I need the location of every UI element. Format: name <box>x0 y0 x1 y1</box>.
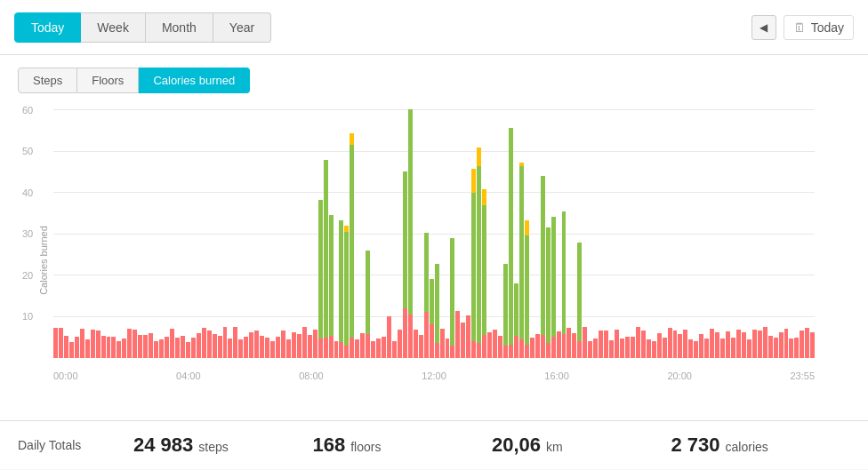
floors-stat: 168 floors <box>313 434 493 457</box>
bar-red <box>631 337 635 358</box>
grid-line-label: 20 <box>22 270 33 281</box>
grid-line-label: 30 <box>22 228 33 239</box>
tab-steps[interactable]: Steps <box>18 68 77 93</box>
bar-red <box>197 333 201 358</box>
date-display[interactable]: 🗓 Today <box>784 15 854 40</box>
bar-red <box>238 339 243 358</box>
bar-green <box>471 193 476 341</box>
bar-red <box>752 330 757 358</box>
bar-green <box>551 217 556 336</box>
bar-red <box>276 337 280 358</box>
bar-red <box>165 337 169 358</box>
bar-red <box>652 341 656 358</box>
bar-green <box>482 205 486 335</box>
bar-green <box>344 232 349 347</box>
bar-red <box>101 336 106 358</box>
bar-red <box>477 343 481 358</box>
distance-stat: 20,06 km <box>492 434 671 457</box>
tab-year[interactable]: Year <box>213 12 271 43</box>
bar-red <box>774 338 778 358</box>
bar-red <box>107 337 111 358</box>
tab-floors[interactable]: Floors <box>77 68 139 93</box>
bar-red <box>96 331 100 358</box>
bar-green <box>435 264 439 343</box>
bar-red <box>620 339 624 358</box>
bars-container <box>53 109 815 358</box>
tab-calories[interactable]: Calories burned <box>139 68 250 93</box>
grid-line-label: 10 <box>22 311 33 322</box>
bar-red <box>334 341 339 359</box>
bar-red <box>593 339 598 358</box>
tab-week[interactable]: Week <box>81 12 146 43</box>
bar-green <box>424 233 429 312</box>
bar-red <box>535 334 540 358</box>
bar-red <box>175 338 180 358</box>
bar-red <box>265 338 269 358</box>
bar-red <box>318 339 323 358</box>
bar-red <box>471 341 476 358</box>
bar-red <box>408 315 413 358</box>
x-axis-label: 00:00 <box>53 370 78 381</box>
x-axis-label: 12:00 <box>422 370 446 381</box>
y-axis-label: Calories burned <box>38 226 49 295</box>
bar-red <box>339 342 343 358</box>
floors-unit: floors <box>350 440 381 454</box>
calories-unit: calories <box>726 440 768 454</box>
bar-red <box>419 335 423 358</box>
calories-stat: 2 730 calories <box>671 434 851 457</box>
bar-yellow <box>344 226 349 232</box>
bar-red <box>784 329 789 358</box>
tab-month[interactable]: Month <box>146 12 213 43</box>
bar-red <box>557 331 561 358</box>
bar-red <box>450 346 454 358</box>
bar-green <box>430 279 434 324</box>
bar-red <box>376 339 381 358</box>
bar-red <box>794 338 799 358</box>
bar-green <box>509 128 513 345</box>
bar-red <box>308 335 312 358</box>
bar-red <box>302 327 307 358</box>
bar-green <box>541 176 545 336</box>
bar-red <box>498 336 502 358</box>
bar-red <box>805 328 809 358</box>
bar-red <box>663 338 667 358</box>
bar-red <box>604 331 608 358</box>
bar-red <box>414 330 418 358</box>
bar-green <box>366 251 370 334</box>
bar-red <box>213 334 217 358</box>
bar-red <box>440 329 445 358</box>
tab-today[interactable]: Today <box>14 12 81 43</box>
floors-value: 168 <box>313 434 346 457</box>
main-content: Steps Floors Calories burned Calories bu… <box>0 55 868 420</box>
bar-red <box>154 341 158 358</box>
bar-green <box>503 264 508 346</box>
calories-value: 2 730 <box>671 434 720 457</box>
footer: Daily Totals 24 983 steps 168 floors 20,… <box>0 420 868 469</box>
bar-red <box>371 341 375 358</box>
bar-red <box>392 341 397 358</box>
bar-red <box>768 336 773 358</box>
bar-red <box>446 339 450 358</box>
bar-red <box>138 335 142 358</box>
daily-totals-label: Daily Totals <box>18 438 133 452</box>
bar-red <box>678 334 682 358</box>
distance-value: 20,06 <box>492 434 541 457</box>
bar-red <box>736 330 741 358</box>
bar-red <box>186 342 190 358</box>
bar-red <box>747 339 751 358</box>
bar-red <box>91 330 95 358</box>
bar-red <box>149 333 153 358</box>
bar-red <box>609 340 614 358</box>
bar-green <box>324 160 328 338</box>
bar-yellow <box>525 220 529 235</box>
bar-red <box>117 341 121 358</box>
bar-green <box>514 283 518 337</box>
bar-red <box>244 337 248 358</box>
bar-green <box>403 171 407 308</box>
grid-line-label: 50 <box>22 146 33 156</box>
bar-red <box>742 332 746 358</box>
prev-arrow[interactable]: ◀ <box>751 15 776 40</box>
steps-unit: steps <box>198 440 228 454</box>
bar-green <box>546 227 551 343</box>
date-nav: ◀ 🗓 Today <box>751 15 854 40</box>
